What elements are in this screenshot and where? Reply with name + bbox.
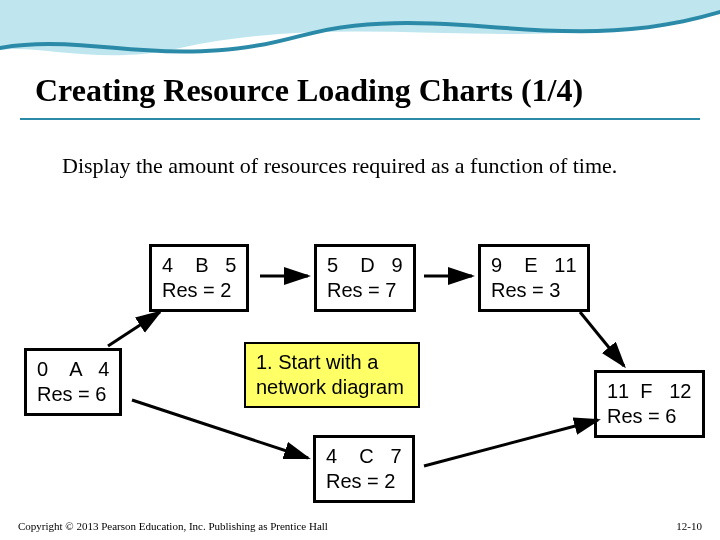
node-F-line1: 11 F 12 bbox=[607, 380, 692, 402]
node-B: 4 B 5 Res = 2 bbox=[149, 244, 249, 312]
node-D-line1: 5 D 9 bbox=[327, 254, 403, 276]
svg-line-5 bbox=[424, 420, 598, 466]
node-C-line2: Res = 2 bbox=[326, 470, 395, 492]
copyright-text: Copyright © 2013 Pearson Education, Inc.… bbox=[18, 520, 328, 532]
node-A: 0 A 4 Res = 6 bbox=[24, 348, 122, 416]
title-underline bbox=[20, 118, 700, 120]
svg-line-0 bbox=[108, 312, 160, 346]
node-F-line2: Res = 6 bbox=[607, 405, 676, 427]
header-swoosh bbox=[0, 0, 720, 80]
node-F: 11 F 12 Res = 6 bbox=[594, 370, 705, 438]
node-D: 5 D 9 Res = 7 bbox=[314, 244, 416, 312]
node-E-line2: Res = 3 bbox=[491, 279, 560, 301]
node-E-line1: 9 E 11 bbox=[491, 254, 577, 276]
svg-line-1 bbox=[132, 400, 308, 458]
node-C: 4 C 7 Res = 2 bbox=[313, 435, 415, 503]
slide-subtitle: Display the amount of resources required… bbox=[62, 152, 622, 181]
slide-title: Creating Resource Loading Charts (1/4) bbox=[35, 72, 583, 109]
callout-line1: 1. Start with a bbox=[256, 350, 404, 375]
node-D-line2: Res = 7 bbox=[327, 279, 396, 301]
svg-line-4 bbox=[580, 312, 624, 366]
node-A-line1: 0 A 4 bbox=[37, 358, 109, 380]
page-number: 12-10 bbox=[676, 520, 702, 532]
callout-line2: network diagram bbox=[256, 375, 404, 400]
node-E: 9 E 11 Res = 3 bbox=[478, 244, 590, 312]
node-A-line2: Res = 6 bbox=[37, 383, 106, 405]
node-B-line2: Res = 2 bbox=[162, 279, 231, 301]
callout-box: 1. Start with a network diagram bbox=[244, 342, 420, 408]
node-B-line1: 4 B 5 bbox=[162, 254, 236, 276]
node-C-line1: 4 C 7 bbox=[326, 445, 402, 467]
